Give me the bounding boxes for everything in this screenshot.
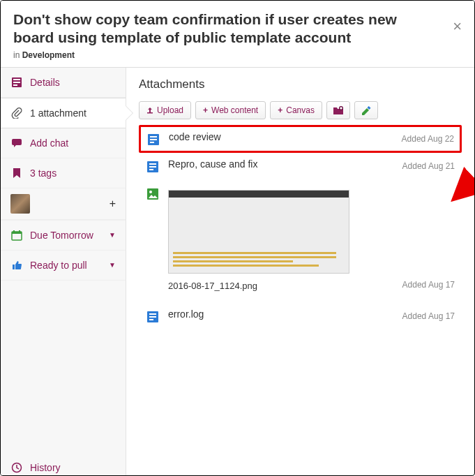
attachment-row-highlighted[interactable]: code review Added Aug 22 (139, 125, 462, 153)
calendar-icon (10, 229, 23, 241)
document-icon (146, 133, 160, 147)
sidebar-item-chat[interactable]: Add chat (1, 128, 126, 158)
sidebar-item-due[interactable]: Due Tomorrow ▼ (1, 220, 126, 251)
attachment-name: 2016-08-17_1124.png (168, 278, 394, 297)
chat-icon (10, 137, 23, 149)
sidebar-item-label: Due Tomorrow (30, 230, 93, 241)
document-icon (146, 160, 160, 174)
history-icon (10, 461, 23, 474)
pencil-icon (361, 105, 372, 115)
details-icon (10, 76, 23, 89)
svg-rect-1 (13, 79, 20, 80)
edit-button[interactable] (354, 101, 378, 119)
sidebar-item-label: Ready to pull (30, 260, 87, 271)
close-icon[interactable]: × (453, 19, 462, 34)
sidebar-item-assignee[interactable]: + (1, 188, 126, 220)
sidebar-item-attachments[interactable]: 1 attachment (1, 98, 126, 128)
plus-icon: + (278, 105, 282, 115)
breadcrumb: in Development (13, 50, 462, 60)
svg-rect-17 (150, 139, 157, 140)
svg-rect-28 (149, 319, 153, 320)
svg-rect-10 (147, 112, 153, 114)
svg-rect-13 (340, 107, 342, 109)
sidebar-item-tags[interactable]: 3 tags (1, 158, 126, 188)
folder-button[interactable] (326, 101, 350, 119)
upload-button[interactable]: Upload (139, 101, 191, 119)
svg-rect-8 (19, 230, 20, 232)
image-thumbnail[interactable] (168, 190, 349, 274)
bookmark-icon (10, 167, 23, 179)
attachment-row-image[interactable]: 2016-08-17_1124.png Added Aug 17 (139, 180, 462, 303)
add-assignee-icon[interactable]: + (110, 198, 116, 210)
sidebar-item-label: Details (30, 77, 60, 88)
sidebar-item-history[interactable]: History (1, 453, 126, 477)
attachment-name: Repro, cause and fix (168, 158, 394, 170)
sidebar-item-label: History (30, 462, 61, 473)
breadcrumb-location[interactable]: Development (22, 50, 75, 60)
document-icon (146, 310, 160, 324)
upload-icon (146, 107, 153, 114)
attachment-date: Added Aug 21 (402, 161, 455, 171)
canvas-button[interactable]: + Canvas (270, 101, 322, 119)
svg-rect-21 (149, 166, 156, 168)
svg-rect-14 (367, 106, 370, 110)
image-icon (146, 187, 160, 201)
svg-rect-22 (149, 169, 153, 170)
folder-icon (333, 105, 344, 115)
plus-icon: + (203, 105, 208, 115)
attachment-row[interactable]: Repro, cause and fix Added Aug 21 (139, 153, 462, 180)
main-panel: Attachments Upload + Web content + Canva… (126, 68, 474, 477)
avatar (10, 194, 30, 214)
sidebar-item-label: 3 tags (30, 168, 56, 179)
attachment-row[interactable]: error.log Added Aug 17 (139, 303, 462, 330)
attachment-date: Added Aug 17 (402, 280, 455, 297)
svg-rect-7 (13, 230, 15, 232)
sidebar-item-details[interactable]: Details (1, 68, 126, 98)
sidebar-item-label: 1 attachment (30, 107, 86, 119)
card-header: Don't show copy team confirmation if use… (1, 1, 474, 68)
svg-rect-4 (12, 139, 22, 145)
caret-down-icon: ▼ (109, 261, 116, 269)
svg-rect-3 (13, 84, 17, 86)
attachment-name: error.log (168, 308, 394, 320)
card-title: Don't show copy team confirmation if use… (13, 10, 462, 47)
caret-down-icon: ▼ (109, 231, 116, 239)
svg-rect-26 (149, 313, 156, 315)
svg-rect-16 (150, 136, 157, 137)
sidebar-item-label: Add chat (30, 137, 68, 149)
sidebar-item-status[interactable]: Ready to pull ▼ (1, 251, 126, 281)
attachment-name: code review (169, 131, 393, 142)
attachments-toolbar: Upload + Web content + Canvas (139, 101, 462, 119)
thumbs-up-icon (10, 259, 23, 272)
attachment-date: Added Aug 22 (402, 134, 454, 144)
attachment-date: Added Aug 17 (402, 311, 455, 321)
svg-rect-2 (13, 82, 20, 83)
svg-point-24 (149, 191, 152, 193)
attachment-icon (10, 107, 23, 119)
web-content-button[interactable]: + Web content (195, 101, 266, 119)
svg-rect-27 (149, 316, 156, 318)
svg-rect-18 (150, 142, 154, 143)
sidebar: Details 1 attachment Add chat 3 tags + D… (1, 68, 126, 477)
panel-heading: Attachments (139, 77, 462, 91)
svg-rect-20 (149, 163, 156, 165)
